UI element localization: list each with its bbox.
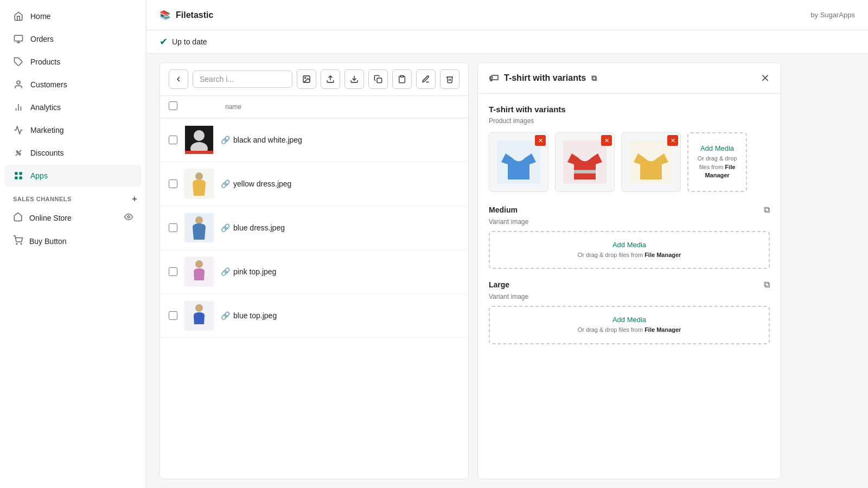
sidebar: Home Orders Products Customers Analytics xyxy=(0,0,146,488)
file-checkbox[interactable] xyxy=(169,267,177,276)
right-panel: 🏷 T-shirt with variants ⧉ ✕ T-shirt with… xyxy=(477,62,781,479)
file-row[interactable]: 🔗 black and white.jpeg xyxy=(160,118,468,162)
svg-point-17 xyxy=(21,243,22,245)
preview-image xyxy=(185,301,213,330)
sidebar-item-home-label: Home xyxy=(30,12,50,21)
add-sales-channel-button[interactable]: + xyxy=(132,194,137,204)
paste-button[interactable] xyxy=(392,69,412,89)
rename-button[interactable] xyxy=(416,69,436,89)
add-media-box[interactable]: Add Media Or drag & drop files from File… xyxy=(687,132,747,192)
sidebar-item-home[interactable]: Home xyxy=(4,5,142,27)
copy-button[interactable] xyxy=(368,69,388,89)
file-checkbox[interactable] xyxy=(169,179,177,188)
large-add-media-label: Add Media xyxy=(612,316,646,324)
delete-image-button[interactable]: ✕ xyxy=(535,135,546,146)
medium-copy-button[interactable]: ⧉ xyxy=(764,205,770,215)
right-panel-body: T-shirt with variants Product images ✕ xyxy=(478,94,781,479)
delete-image-button[interactable]: ✕ xyxy=(667,135,678,146)
medium-add-media-label: Add Media xyxy=(612,241,646,249)
svg-point-8 xyxy=(16,151,18,152)
large-add-media-text: Or drag & drop files from File Manager xyxy=(578,326,681,334)
download-button[interactable] xyxy=(344,69,364,89)
sidebar-item-analytics[interactable]: Analytics xyxy=(4,97,142,118)
filetastic-icon: 📚 xyxy=(159,10,170,20)
app-title: 📚 Filetastic xyxy=(159,10,213,20)
file-row[interactable]: 🔗 blue dress.jpeg xyxy=(160,206,468,250)
sidebar-item-customers[interactable]: Customers xyxy=(4,74,142,95)
file-checkbox[interactable] xyxy=(169,136,177,144)
large-variant-subtitle: Variant image xyxy=(489,293,770,300)
file-row[interactable]: 🔗 blue top.jpeg xyxy=(160,294,468,338)
medium-add-media-box[interactable]: Add Media Or drag & drop files from File… xyxy=(489,231,770,269)
svg-rect-22 xyxy=(377,78,382,83)
status-bar: ✔ Up to date xyxy=(146,30,868,54)
sidebar-item-discounts[interactable]: Discounts xyxy=(4,142,142,164)
sidebar-item-marketing-label: Marketing xyxy=(30,126,63,134)
online-store-icon xyxy=(13,212,23,223)
sidebar-item-marketing[interactable]: Marketing xyxy=(4,119,142,141)
file-panel: name xyxy=(159,62,469,479)
right-panel-title-text: T-shirt with variants xyxy=(504,73,586,83)
back-button[interactable] xyxy=(169,69,188,89)
file-preview xyxy=(184,125,214,155)
select-all-checkbox[interactable] xyxy=(169,101,177,110)
column-name-header: name xyxy=(225,103,459,111)
link-icon: 🔗 xyxy=(221,179,230,188)
large-add-media-box[interactable]: Add Media Or drag & drop files from File… xyxy=(489,306,770,344)
svg-point-16 xyxy=(16,243,17,245)
medium-variant-section: Medium ⧉ Variant image Add Media Or drag… xyxy=(489,205,770,269)
preview-image xyxy=(185,126,213,154)
copy-title-icon[interactable]: ⧉ xyxy=(591,74,597,83)
svg-point-9 xyxy=(19,153,21,155)
large-copy-button[interactable]: ⧉ xyxy=(764,280,770,290)
product-image-thumb[interactable]: ✕ xyxy=(621,132,681,192)
file-checkbox[interactable] xyxy=(169,223,177,232)
delete-button[interactable] xyxy=(440,69,459,89)
svg-rect-27 xyxy=(185,151,213,154)
file-row[interactable]: 🔗 pink top.jpeg xyxy=(160,250,468,294)
sidebar-item-products[interactable]: Products xyxy=(4,51,142,73)
right-panel-header: 🏷 T-shirt with variants ⧉ ✕ xyxy=(478,63,781,94)
large-variant-section: Large ⧉ Variant image Add Media Or drag … xyxy=(489,280,770,344)
link-icon: 🔗 xyxy=(221,136,230,144)
product-images-section: T-shirt with variants Product images ✕ xyxy=(489,105,770,192)
sidebar-item-analytics-label: Analytics xyxy=(30,103,61,112)
search-input[interactable] xyxy=(193,70,292,88)
svg-rect-11 xyxy=(15,172,17,175)
medium-add-media-text: Or drag & drop files from File Manager xyxy=(578,251,681,259)
link-icon: 🔗 xyxy=(221,223,230,232)
add-media-label: Add Media xyxy=(700,144,734,152)
file-table-header: name xyxy=(160,96,468,118)
app-subtitle: by SugarApps xyxy=(810,11,855,19)
close-panel-button[interactable]: ✕ xyxy=(761,72,770,85)
file-name-text: blue dress.jpeg xyxy=(233,223,285,232)
delete-image-button[interactable]: ✕ xyxy=(601,135,612,146)
file-name-text: yellow dress.jpeg xyxy=(233,179,291,188)
large-variant-title: Large xyxy=(489,280,509,289)
online-store-eye-icon[interactable] xyxy=(124,213,133,223)
sidebar-item-discounts-label: Discounts xyxy=(30,149,63,157)
main-content: 📚 Filetastic by SugarApps ✔ Up to date xyxy=(146,0,868,488)
sidebar-item-buy-button[interactable]: Buy Button xyxy=(4,230,142,252)
sidebar-item-apps[interactable]: Apps xyxy=(4,165,142,187)
file-preview xyxy=(184,300,214,331)
file-row[interactable]: 🔗 yellow dress.jpeg xyxy=(160,162,468,206)
file-toolbar xyxy=(160,63,468,96)
svg-rect-38 xyxy=(574,170,596,173)
sales-channels-section: SALES CHANNELS + xyxy=(0,188,146,206)
sidebar-item-orders[interactable]: Orders xyxy=(4,28,142,50)
file-checkbox[interactable] xyxy=(169,311,177,320)
image-view-button[interactable] xyxy=(297,69,316,89)
product-image-thumb[interactable]: ✕ xyxy=(555,132,615,192)
sidebar-item-online-store[interactable]: Online Store xyxy=(4,207,142,228)
customers-icon xyxy=(13,79,24,90)
svg-rect-14 xyxy=(20,177,22,179)
product-image-thumb[interactable]: ✕ xyxy=(489,132,548,192)
file-name-text: blue top.jpeg xyxy=(233,311,277,320)
file-name-text: black and white.jpeg xyxy=(233,136,302,144)
upload-file-button[interactable] xyxy=(321,69,340,89)
product-images-subtitle: Product images xyxy=(489,117,770,125)
marketing-icon xyxy=(13,125,24,136)
svg-point-4 xyxy=(17,81,20,84)
search-wrapper xyxy=(193,70,292,88)
